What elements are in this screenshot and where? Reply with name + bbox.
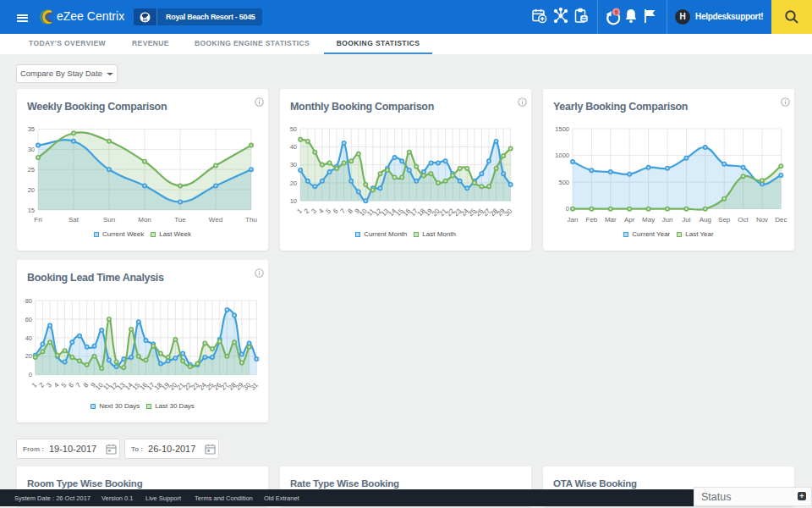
svg-text:7: 7 [74,381,83,389]
svg-text:4: 4 [52,381,61,389]
svg-text:10: 10 [290,197,297,205]
svg-text:8: 8 [82,381,91,389]
svg-text:Fri: Fri [34,216,42,224]
svg-text:1: 1 [30,381,39,389]
svg-text:May: May [642,216,655,224]
svg-text:Jan: Jan [568,216,579,224]
svg-text:2: 2 [303,207,311,215]
svg-text:5: 5 [60,381,69,389]
svg-text:9: 9 [615,9,618,15]
svg-text:30: 30 [290,161,297,168]
svg-text:20: 20 [28,186,35,194]
svg-text:3: 3 [45,381,53,389]
svg-text:Feb: Feb [586,216,598,224]
svg-text:oo: oo [143,18,148,22]
svg-text:Dec: Dec [775,216,787,224]
svg-text:20: 20 [290,179,297,187]
svg-text:30: 30 [503,207,514,218]
svg-text:Apr: Apr [624,216,635,224]
svg-text:0: 0 [566,205,569,213]
svg-text:Wed: Wed [209,216,222,224]
svg-text:Mon: Mon [138,216,151,224]
svg-text:Mar: Mar [605,216,617,224]
svg-text:30: 30 [28,146,35,153]
svg-text:Aug: Aug [700,216,711,224]
svg-text:1: 1 [295,207,304,215]
svg-text:80: 80 [25,297,32,305]
svg-text:Sun: Sun [103,216,115,224]
svg-text:50: 50 [290,125,297,133]
svg-text:6: 6 [332,207,340,215]
svg-text:Jun: Jun [662,216,673,224]
svg-text:20: 20 [25,352,32,360]
svg-text:1500: 1500 [555,125,569,133]
svg-text:Thu: Thu [245,216,257,224]
svg-text:40: 40 [290,143,297,151]
svg-text:500: 500 [558,179,569,186]
svg-text:15: 15 [28,207,35,214]
svg-text:25: 25 [28,166,35,174]
svg-text:6: 6 [67,381,75,389]
svg-text:Sat: Sat [69,216,80,224]
svg-text:31: 31 [249,381,260,392]
svg-text:Tue: Tue [174,216,186,224]
svg-text:5: 5 [325,207,333,215]
svg-text:7: 7 [339,207,348,215]
svg-text:3: 3 [310,207,318,215]
svg-text:0: 0 [29,371,32,378]
svg-text:Oct: Oct [738,216,749,224]
svg-text:Jul: Jul [682,216,690,224]
svg-text:2: 2 [38,381,47,389]
svg-text:Sep: Sep [718,216,731,224]
svg-text:Nov: Nov [756,216,768,224]
svg-text:8: 8 [346,207,354,215]
svg-text:60: 60 [25,316,32,323]
svg-text:1000: 1000 [555,152,569,159]
svg-text:4: 4 [317,207,326,215]
svg-text:35: 35 [28,125,35,133]
svg-text:40: 40 [25,334,32,342]
